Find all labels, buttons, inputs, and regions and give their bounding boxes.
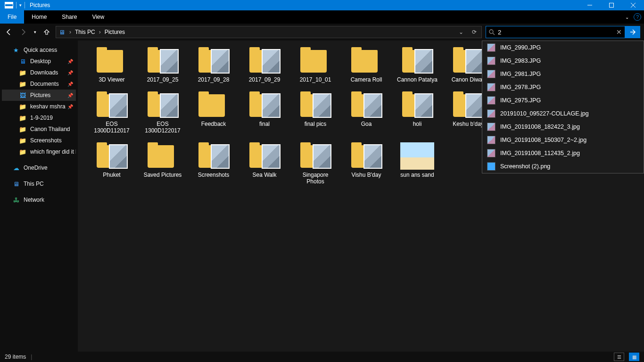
desktop-icon: 🖥 bbox=[19, 58, 26, 65]
navpane-item[interactable]: 📁Canon Thailand bbox=[2, 123, 76, 135]
clear-search-icon[interactable]: ✕ bbox=[616, 28, 622, 36]
image-item[interactable]: sun ans sand bbox=[393, 142, 442, 185]
nav-forward-button[interactable] bbox=[18, 27, 28, 37]
suggestion-thumb-icon bbox=[487, 57, 495, 65]
item-label: Screenshots bbox=[198, 172, 230, 178]
nav-back-button[interactable] bbox=[4, 27, 14, 37]
item-label: 3D Viewer bbox=[99, 76, 124, 83]
folder-item[interactable]: 3D Viewer bbox=[87, 47, 136, 83]
tab-home[interactable]: Home bbox=[24, 10, 54, 24]
refresh-icon[interactable]: ⟳ bbox=[469, 29, 479, 35]
folder-item[interactable]: 2017_10_01 bbox=[291, 47, 340, 83]
folder-item[interactable]: 2017_09_29 bbox=[240, 47, 289, 83]
navpane-item[interactable]: 📁which finger did it b bbox=[2, 146, 76, 157]
search-go-button[interactable] bbox=[625, 26, 640, 38]
folder-icon bbox=[451, 91, 485, 119]
nav-up-button[interactable] bbox=[41, 27, 52, 37]
qat-dropdown-icon[interactable]: ▾ bbox=[19, 3, 22, 8]
navpane-item[interactable]: 📁keshav mshra📌 bbox=[2, 101, 76, 112]
search-suggestion-item[interactable]: IMG_2981.JPG bbox=[482, 67, 644, 81]
folder-item[interactable]: Goa bbox=[342, 91, 391, 134]
tab-file[interactable]: File bbox=[0, 10, 24, 24]
item-label: 2017_09_29 bbox=[249, 76, 281, 83]
search-box[interactable]: ✕ bbox=[486, 26, 625, 38]
navpane-item[interactable]: 📁Screenshots bbox=[2, 135, 76, 146]
folder-item[interactable]: Sea Walk bbox=[240, 142, 289, 185]
help-icon[interactable]: ? bbox=[634, 13, 641, 21]
breadcrumb-current[interactable]: Pictures bbox=[105, 29, 125, 35]
navpane-item[interactable]: 🖼Pictures📌 bbox=[2, 90, 76, 101]
divider bbox=[25, 2, 25, 8]
item-label: EOS 1300D112017 bbox=[87, 121, 136, 134]
ribbon-expand-icon[interactable]: ⌄ bbox=[625, 15, 629, 20]
folder-icon bbox=[248, 47, 281, 74]
search-suggestion-item[interactable]: IMG_20191008_150307_2~2.jpg bbox=[482, 133, 644, 147]
folder-icon: 📁 bbox=[19, 125, 26, 133]
search-input[interactable] bbox=[498, 29, 613, 36]
folder-item[interactable]: 2017_09_25 bbox=[138, 47, 187, 83]
view-details-button[interactable]: ☰ bbox=[614, 353, 624, 361]
search-suggestion-item[interactable]: IMG_20191008_112435_2.jpg bbox=[482, 147, 644, 160]
address-bar[interactable]: 🖥 This PC Pictures ⌄ ⟳ bbox=[56, 26, 482, 38]
navpane-item-label: Pictures bbox=[30, 92, 50, 99]
navbar: ▾ 🖥 This PC Pictures ⌄ ⟳ ✕ bbox=[0, 24, 644, 41]
svg-point-1 bbox=[489, 30, 493, 33]
search-suggestion-item[interactable]: IMG_2978.JPG bbox=[482, 81, 644, 94]
item-label: Keshu b'day bbox=[453, 121, 484, 127]
navpane-item[interactable]: 📁Documents📌 bbox=[2, 78, 76, 90]
breadcrumb-thispc[interactable]: This PC bbox=[75, 29, 95, 35]
folder-item[interactable]: 2017_09_28 bbox=[189, 47, 238, 83]
folder-icon bbox=[197, 91, 231, 119]
search-suggestion-item[interactable]: IMG_2983.JPG bbox=[482, 54, 644, 67]
navpane-quick-access[interactable]: ★ Quick access bbox=[2, 44, 76, 56]
folder-icon bbox=[400, 91, 434, 119]
navpane-onedrive[interactable]: ☁ OneDrive bbox=[2, 162, 76, 173]
folder-icon: 📁 bbox=[19, 148, 26, 156]
tab-view[interactable]: View bbox=[84, 10, 112, 24]
folder-item[interactable]: final pics bbox=[291, 91, 340, 134]
close-button[interactable] bbox=[622, 0, 644, 10]
navpane-thispc[interactable]: 🖥 This PC bbox=[2, 178, 76, 189]
folder-icon bbox=[349, 47, 383, 74]
view-icons-button[interactable]: ▦ bbox=[629, 353, 639, 361]
suggestion-thumb-icon bbox=[487, 136, 495, 144]
address-dropdown-icon[interactable]: ⌄ bbox=[456, 29, 466, 35]
search-suggestion-item[interactable]: IMG_2975.JPG bbox=[482, 94, 644, 107]
search-suggestion-item[interactable]: Screenshot (2).png bbox=[482, 160, 644, 173]
titlebar: ▾ Pictures bbox=[0, 0, 644, 10]
folder-item[interactable]: Screenshots bbox=[189, 142, 238, 185]
search-suggestion-item[interactable]: 20191010_095227-COLLAGE.jpg bbox=[482, 107, 644, 120]
folder-item[interactable]: Phuket bbox=[87, 142, 136, 185]
minimize-button[interactable] bbox=[579, 0, 601, 10]
folder-icon bbox=[451, 47, 485, 74]
suggestion-thumb-icon bbox=[487, 70, 495, 78]
system-menu-icon[interactable] bbox=[5, 2, 13, 8]
folder-item[interactable]: final bbox=[240, 91, 289, 134]
tab-share[interactable]: Share bbox=[54, 10, 84, 24]
folder-item[interactable]: holi bbox=[393, 91, 442, 134]
nav-recent-dropdown[interactable]: ▾ bbox=[32, 27, 38, 37]
navpane-item[interactable]: 📁1-9-2019 bbox=[2, 112, 76, 123]
folder-item[interactable]: Cannon Patatya bbox=[393, 47, 442, 83]
item-label: sun ans sand bbox=[400, 172, 434, 178]
folder-item[interactable]: Singapore Photos bbox=[291, 142, 340, 185]
folder-item[interactable]: EOS 1300D112017 bbox=[87, 91, 136, 134]
navpane-item[interactable]: 📁Downloads📌 bbox=[2, 67, 76, 78]
item-label: EOS 1300D122017 bbox=[138, 121, 187, 134]
folder-item[interactable]: Saved Pictures bbox=[138, 142, 187, 185]
item-label: Singapore Photos bbox=[303, 172, 329, 185]
navpane-network[interactable]: 🖧 Network bbox=[2, 194, 76, 206]
item-label: holi bbox=[413, 121, 422, 127]
folder-icon bbox=[298, 91, 332, 119]
folder-item[interactable]: EOS 1300D122017 bbox=[138, 91, 187, 134]
search-suggestion-item[interactable]: IMG_20191008_182422_3.jpg bbox=[482, 120, 644, 133]
folder-item[interactable]: Vishu B'day bbox=[342, 142, 391, 185]
folder-item[interactable]: Camera Roll bbox=[342, 47, 391, 83]
suggestion-label: IMG_2975.JPG bbox=[500, 97, 541, 104]
maximize-button[interactable] bbox=[601, 0, 622, 10]
navpane-label: OneDrive bbox=[24, 165, 48, 171]
navpane-item[interactable]: 🖥Desktop📌 bbox=[2, 56, 76, 67]
folder-icon bbox=[349, 91, 383, 119]
search-suggestion-item[interactable]: IMG_2990.JPG bbox=[482, 41, 644, 54]
folder-item[interactable]: Feedback bbox=[189, 91, 238, 134]
